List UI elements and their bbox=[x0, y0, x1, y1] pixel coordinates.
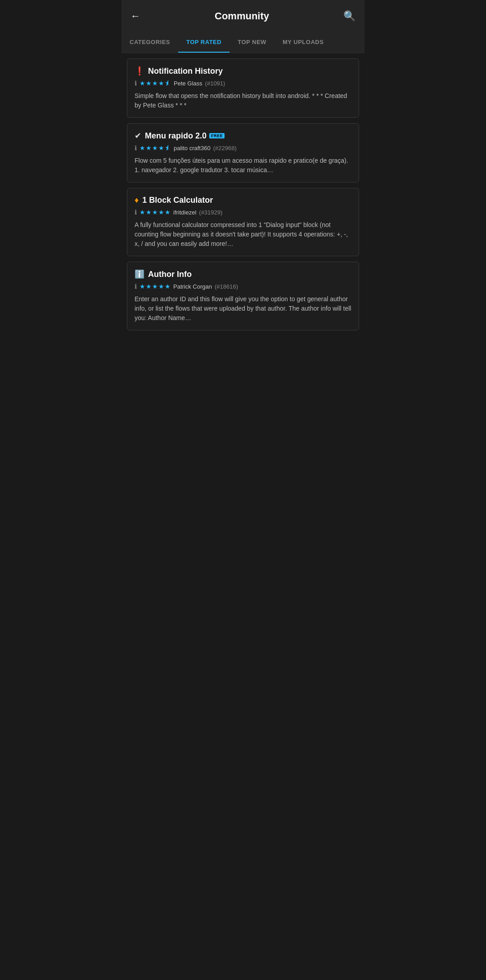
star-4: ★ bbox=[158, 283, 164, 290]
search-button[interactable]: 🔍 bbox=[343, 10, 356, 22]
card-description: A fully functional calculator compressed… bbox=[135, 220, 351, 249]
star-1: ★ bbox=[140, 283, 145, 290]
card-title-row: ♦ 1 Block Calculator bbox=[135, 196, 351, 205]
tab-my-uploads[interactable]: MY UPLOADS bbox=[274, 32, 332, 53]
star-rating: ★ ★ ★ ★ ⯨ bbox=[140, 144, 171, 151]
star-5: ★ bbox=[165, 209, 171, 216]
card-meta: ℹ ★ ★ ★ ★ ★ ifritdiezel (#31929) bbox=[135, 209, 351, 216]
card-title-row: ❗ Notification History bbox=[135, 66, 351, 76]
star-3: ★ bbox=[152, 283, 158, 290]
tab-top-rated[interactable]: TOP RATED bbox=[178, 32, 230, 53]
header: ← Community 🔍 bbox=[122, 0, 364, 32]
back-button[interactable]: ← bbox=[130, 10, 140, 22]
info-icon: ℹ bbox=[135, 209, 137, 216]
card-menu-rapido[interactable]: ✔ Menu rapido 2.0 FREE ℹ ★ ★ ★ ★ ⯨ palit… bbox=[127, 123, 359, 183]
card-title: Menu rapido 2.0 FREE bbox=[145, 131, 225, 141]
star-5: ⯨ bbox=[165, 80, 171, 87]
tab-top-new[interactable]: TOP NEW bbox=[230, 32, 274, 53]
star-4: ★ bbox=[158, 209, 164, 216]
author-id: (#31929) bbox=[199, 209, 222, 216]
card-title: 1 Block Calculator bbox=[142, 196, 213, 205]
star-1: ★ bbox=[140, 80, 145, 87]
page-title: Community bbox=[215, 10, 269, 22]
star-4: ★ bbox=[158, 144, 164, 151]
star-1: ★ bbox=[140, 144, 145, 151]
star-rating: ★ ★ ★ ★ ⯨ bbox=[140, 80, 171, 87]
info-icon: ℹ bbox=[135, 283, 137, 290]
cards-list: ❗ Notification History ℹ ★ ★ ★ ★ ⯨ Pete … bbox=[122, 53, 364, 336]
info-icon: ℹ bbox=[135, 144, 137, 151]
tab-bar: CATEGORIES TOP RATED TOP NEW MY UPLOADS bbox=[122, 32, 364, 53]
card-title: Author Info bbox=[148, 270, 192, 279]
card-description: Simple flow that opens the notification … bbox=[135, 91, 351, 110]
author-name: Pete Glass bbox=[174, 80, 202, 87]
card-meta: ℹ ★ ★ ★ ★ ★ Patrick Corgan (#18616) bbox=[135, 283, 351, 290]
author-id: (#18616) bbox=[215, 283, 238, 290]
star-2: ★ bbox=[146, 80, 152, 87]
info-icon: ℹ bbox=[135, 80, 137, 87]
card-description: Flow com 5 funções úteis para um acesso … bbox=[135, 156, 351, 175]
author-id: (#22968) bbox=[213, 145, 237, 151]
card-block-calculator[interactable]: ♦ 1 Block Calculator ℹ ★ ★ ★ ★ ★ ifritdi… bbox=[127, 188, 359, 256]
star-4: ★ bbox=[158, 80, 164, 87]
card-title-text: Menu rapido 2.0 bbox=[145, 131, 207, 141]
card-title-row: ℹ️ Author Info bbox=[135, 269, 351, 279]
star-3: ★ bbox=[152, 80, 158, 87]
star-rating: ★ ★ ★ ★ ★ bbox=[140, 209, 171, 216]
card-description: Enter an author ID and this flow will gi… bbox=[135, 294, 351, 323]
star-5: ⯨ bbox=[165, 144, 171, 151]
card-title: Notification History bbox=[148, 67, 223, 76]
author-name: ifritdiezel bbox=[173, 209, 196, 216]
star-rating: ★ ★ ★ ★ ★ bbox=[140, 283, 171, 290]
star-2: ★ bbox=[146, 144, 152, 151]
free-badge: FREE bbox=[209, 133, 225, 138]
card-icon: ❗ bbox=[135, 66, 144, 76]
author-name: palito craft360 bbox=[174, 145, 211, 151]
star-2: ★ bbox=[146, 283, 152, 290]
star-2: ★ bbox=[146, 209, 152, 216]
card-icon: ♦ bbox=[135, 196, 139, 205]
star-5: ★ bbox=[165, 283, 171, 290]
card-meta: ℹ ★ ★ ★ ★ ⯨ Pete Glass (#1091) bbox=[135, 80, 351, 87]
card-icon: ℹ️ bbox=[135, 269, 144, 279]
card-icon: ✔ bbox=[135, 131, 141, 141]
card-notification-history[interactable]: ❗ Notification History ℹ ★ ★ ★ ★ ⯨ Pete … bbox=[127, 58, 359, 118]
card-title-row: ✔ Menu rapido 2.0 FREE bbox=[135, 131, 351, 141]
author-name: Patrick Corgan bbox=[173, 283, 212, 290]
star-3: ★ bbox=[152, 209, 158, 216]
card-meta: ℹ ★ ★ ★ ★ ⯨ palito craft360 (#22968) bbox=[135, 144, 351, 151]
tab-categories[interactable]: CATEGORIES bbox=[122, 32, 178, 53]
star-3: ★ bbox=[152, 144, 158, 151]
card-author-info[interactable]: ℹ️ Author Info ℹ ★ ★ ★ ★ ★ Patrick Corga… bbox=[127, 262, 359, 330]
star-1: ★ bbox=[140, 209, 145, 216]
author-id: (#1091) bbox=[205, 80, 225, 87]
